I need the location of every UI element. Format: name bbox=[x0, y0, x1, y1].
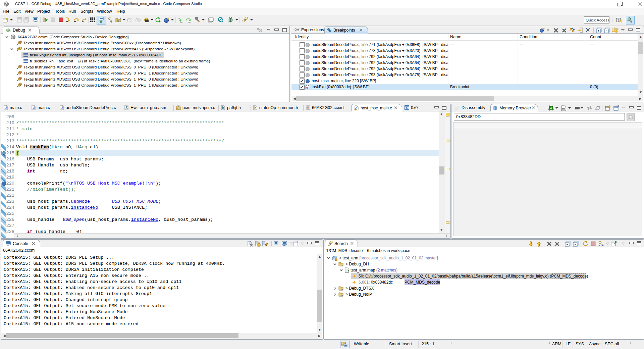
svg-text:c: c bbox=[177, 107, 179, 110]
svg-text:?: ? bbox=[341, 294, 343, 297]
svg-text:S: S bbox=[125, 106, 128, 110]
svg-text:{}: {} bbox=[117, 19, 119, 22]
svg-text:c: c bbox=[356, 106, 358, 109]
svg-text:RTSC: RTSC bbox=[333, 255, 337, 257]
svg-text:?: ? bbox=[341, 264, 343, 267]
svg-text:.c: .c bbox=[5, 106, 7, 110]
svg-text:h: h bbox=[222, 106, 224, 110]
svg-text:?: ? bbox=[341, 288, 343, 291]
svg-text:.c: .c bbox=[61, 106, 63, 110]
svg-text:D: D bbox=[630, 116, 632, 119]
svg-text:.c: .c bbox=[33, 106, 35, 110]
svg-text:c: c bbox=[406, 106, 408, 110]
svg-text:h: h bbox=[254, 106, 256, 110]
